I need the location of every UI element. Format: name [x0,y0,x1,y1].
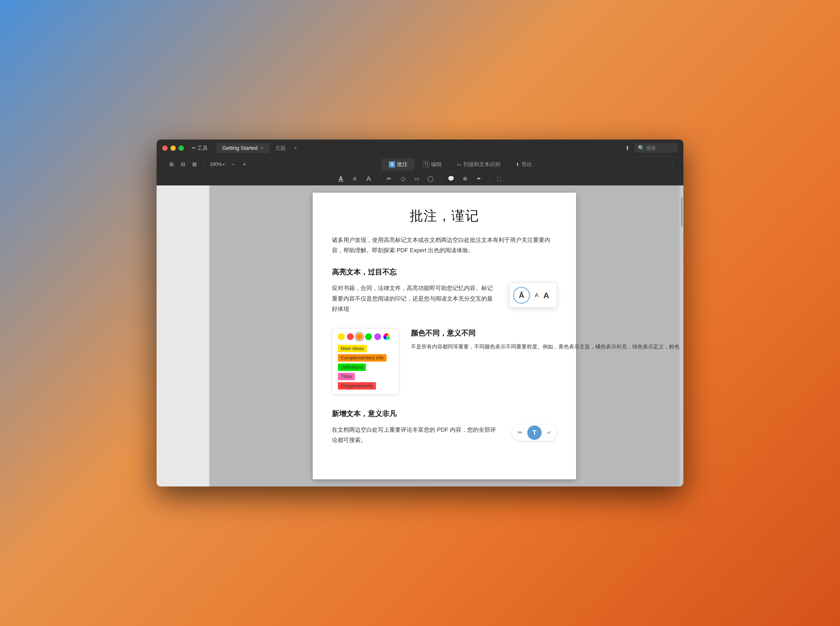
highlight-titles: Titles [338,373,355,380]
font-large-button[interactable]: A [543,291,549,300]
diamond-shape-button[interactable]: ◇ [397,174,409,184]
stamp-icon: ⊕ [463,176,467,182]
section3-cols: 在文档两边空白处写上重要评论丰富您的 PDF 内容，您的全部评论都可搜索。 ✏ … [332,424,557,457]
scrollbar[interactable] [680,185,683,487]
more-options[interactable]: ⋮ [667,160,678,169]
text-highlight-icon: A [339,175,343,182]
text-add-button[interactable]: T [527,426,542,440]
color-panel-col: Main ideas Complementary info Definition… [332,328,399,394]
rectangle-button[interactable]: ▭ [411,174,422,184]
search-icon: 🔍 [638,145,644,151]
tab-getting-started[interactable]: Getting Started ✕ [217,143,269,153]
zoom-controls: 100% ▾ − + [204,160,254,169]
swatch-orange[interactable] [356,333,363,340]
color-panel: Main ideas Complementary info Definition… [332,328,399,394]
text-larger-button[interactable]: A [363,174,375,184]
minimize-button[interactable] [171,146,176,151]
tab-area: Getting Started ✕ 无题 + [217,142,621,153]
rectangle-icon: ▭ [414,176,419,182]
text-smaller-icon: A [353,176,356,182]
zoom-increase-icon: + [243,161,246,167]
section2-body: 不是所有内容都同等重要，不同颜色表示不同重要程度。例如，黄色表示主旨，橘色表示补… [411,342,680,352]
zoom-level: 100% [210,161,222,167]
comment-button[interactable]: 💬 [445,174,457,184]
signature-icon: ✒ [477,176,481,182]
circle-button[interactable]: ◯ [425,174,436,184]
text-larger-icon: A [366,175,371,183]
pdf-title: 批注，谨记 [332,207,557,225]
pen-button[interactable]: ✏ [383,174,395,184]
zoom-dropdown-icon: ▾ [223,163,225,166]
select-button[interactable]: ⬚ [493,174,505,184]
color-swatches [338,333,393,340]
swatch-green[interactable] [365,333,372,340]
text-smaller-button[interactable]: A [349,174,361,184]
app-window: ✂ 工具 Getting Started ✕ 无题 + ⬆ 🔍 搜索 ⊞ ⊟ [157,139,683,487]
nav-tabs: A 批注 T| 编辑 ▭ 扫描和文本识别 ⬆ 导出 [382,158,539,171]
section1-body: 应对书籍，合同，法律文件，高亮功能即可助您记忆内容。标记重要内容不仅是您阅读的印… [332,283,497,314]
swatch-red[interactable] [347,333,354,340]
scrollbar-thumb[interactable] [681,197,683,226]
sidebar-toggle[interactable]: ⊞ [166,160,177,169]
toolbar-tool[interactable]: ✂ 工具 [192,144,208,152]
signature-button[interactable]: ✒ [473,174,485,184]
new-tab-button[interactable]: + [291,144,300,152]
tab-annotate[interactable]: A 批注 [382,158,415,171]
font-small-button[interactable]: A [535,292,539,299]
tab-edit[interactable]: T| 编辑 [416,158,449,171]
titlebar-right: ⬆ 🔍 搜索 [625,143,678,153]
edit-icon: T| [423,161,429,167]
swatch-yellow[interactable] [338,333,345,340]
swatch-rainbow[interactable] [383,333,390,340]
view-controls: ⊞ ⊟ ⊠ [162,160,204,169]
circle-icon: ◯ [428,176,433,182]
tool-label: 工具 [197,144,208,152]
maximize-button[interactable] [179,146,184,151]
tab-close-icon[interactable]: ✕ [260,146,264,151]
zoom-display[interactable]: 100% ▾ [207,160,227,169]
diamond-icon: ◇ [401,175,405,182]
section1-cols: 应对书籍，合同，法律文件，高亮功能即可助您记忆内容。标记重要内容不仅是您阅读的印… [332,283,557,314]
text-add-icon: T [532,429,536,437]
pen-small-button[interactable]: ✏ [513,426,527,440]
swatch-purple[interactable] [374,333,381,340]
text-highlight-button[interactable]: A [335,174,347,184]
search-box[interactable]: 🔍 搜索 [634,143,678,153]
zoom-decrease-icon: − [232,161,235,167]
zoom-increase-button[interactable]: + [239,160,250,169]
section1-title: 高亮文本，过目不忘 [332,267,557,277]
content-area: 批注，谨记 诸多用户发现，使用高亮标记文本或在文档两边空白处批注文本有利于用户关… [157,185,683,487]
pdf-page: 批注，谨记 诸多用户发现，使用高亮标记文本或在文档两边空白处批注文本有利于用户关… [313,192,576,479]
tab-scan[interactable]: ▭ 扫描和文本识别 [450,158,507,171]
more-button[interactable]: ⋮ [667,160,678,169]
scan-icon: ▭ [457,161,462,167]
page-view[interactable]: ⊠ [189,160,200,169]
stamp-small-button[interactable]: ⤶ [542,426,556,440]
sidebar-left [157,185,209,487]
zoom-decrease-button[interactable]: − [228,160,238,169]
highlight-list: Main ideas Complementary info Definition… [338,345,393,390]
stamp-small-icon: ⤶ [546,429,551,436]
section3-text: 在文档两边空白处写上重要评论丰富您的 PDF 内容，您的全部评论都可搜索。 [332,424,500,457]
section2-cols: Main ideas Complementary info Definition… [332,328,557,394]
tab-export[interactable]: ⬆ 导出 [508,158,539,171]
comment-icon: 💬 [448,176,454,182]
pen-icon: ✏ [387,175,391,182]
tab-untitled[interactable]: 无题 [269,142,291,153]
section-addtext: 新增文本，意义非凡 在文档两边空白处写上重要评论丰富您的 PDF 内容，您的全部… [332,409,557,457]
scan-label: 扫描和文本识别 [463,161,500,168]
export-label: 导出 [521,161,532,168]
pdf-canvas[interactable]: 批注，谨记 诸多用户发现，使用高亮标记文本或在文档两边空白处批注文本有利于用户关… [209,185,680,487]
stamp-button[interactable]: ⊕ [459,174,471,184]
share-button[interactable]: ⬆ [625,145,630,152]
grid-view[interactable]: ⊟ [178,160,188,169]
divider2 [441,175,441,183]
section2-text: 颜色不同，意义不同 不是所有内容都同等重要，不同颜色表示不同重要程度。例如，黄色… [411,328,680,352]
highlight-disagreements: Disagreements [338,382,376,390]
nav-tabs-container: A 批注 T| 编辑 ▭ 扫描和文本识别 ⬆ 导出 [254,158,667,171]
section3-title: 新增文本，意义非凡 [332,409,557,419]
close-button[interactable] [162,146,168,151]
section-highlight: 高亮文本，过目不忘 应对书籍，合同，法律文件，高亮功能即可助您记忆内容。标记重要… [332,267,557,314]
font-icon: Ā [519,291,524,300]
pdf-intro: 诸多用户发现，使用高亮标记文本或在文档两边空白处批注文本有利于用户关注重要内容，… [332,235,557,255]
